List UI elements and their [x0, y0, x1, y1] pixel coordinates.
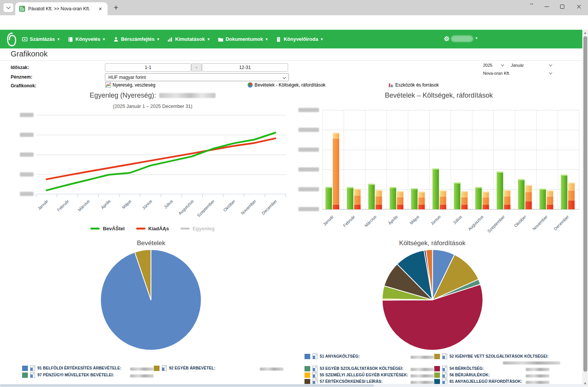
- month-select[interactable]: Január: [509, 62, 554, 68]
- graph-link-1[interactable]: Nyereség, veszteség: [105, 82, 155, 88]
- scroll-down-icon[interactable]: ▼: [582, 381, 588, 387]
- legend-swatch: [22, 373, 28, 378]
- redacted-value: [526, 381, 549, 384]
- redacted-value: [411, 368, 434, 371]
- ledger-icon[interactable]: [442, 353, 447, 359]
- chevron-down-icon: [283, 75, 286, 79]
- svg-text:December: December: [261, 199, 278, 216]
- menu-item-label: Bérszámfejtés: [121, 36, 155, 42]
- svg-text:Május: Május: [409, 214, 420, 226]
- scrollbar-thumb[interactable]: [583, 36, 587, 372]
- ledger-icon[interactable]: [442, 372, 447, 378]
- vertical-scrollbar[interactable]: ▲ ▼: [582, 30, 588, 387]
- legend-label: Egyenleg: [193, 226, 215, 231]
- page-title: Grafikonok: [11, 50, 48, 58]
- graph-link-2[interactable]: Bevételek - Költségek, ráfordítások: [247, 82, 325, 88]
- svg-text:Augusztus: Augusztus: [177, 199, 195, 216]
- svg-text:Október: Október: [513, 214, 527, 228]
- legend-row: 53 EGYÉB SZOLGÁLTATÁSOK KÖLTSÉGEI:: [304, 366, 434, 372]
- new-tab-button[interactable]: +: [111, 3, 121, 13]
- svg-text:Május: Május: [121, 199, 132, 210]
- graph-link-label: Nyereség, veszteség: [113, 82, 155, 88]
- menu-item-könyvelés[interactable]: Könyvelés▾: [68, 36, 105, 42]
- svg-text:Március: Március: [364, 214, 377, 228]
- ledger-icon[interactable]: [313, 379, 317, 384]
- ledger-icon[interactable]: [30, 365, 35, 371]
- graph-link-3[interactable]: Eszközök és források: [388, 82, 439, 88]
- window-minimize-button[interactable]: [539, 0, 554, 13]
- graph-link-label: Eszközök és források: [395, 82, 439, 88]
- menu-item-könyvelőiroda[interactable]: Könyvelőiroda▾: [276, 36, 322, 42]
- legend-swatch: [434, 366, 440, 371]
- legend-item-egyenleg[interactable]: Egyenleg: [180, 226, 215, 231]
- divider: [0, 60, 582, 61]
- legend-row: 51 ANYAGKÖLTSÉG:: [304, 353, 434, 366]
- svg-text:Január: Január: [322, 214, 335, 227]
- menu-item-label: Könyvelőiroda: [284, 36, 318, 42]
- company-select[interactable]: Nova-oran Kft.: [481, 70, 554, 76]
- legend-label: 52 IGÉNYBE VETT SZOLGÁLTATÁSOK KÖLTSÉGEI…: [449, 353, 548, 359]
- menu-item-dokumentumok[interactable]: Dokumentumok▾: [218, 36, 267, 42]
- legend-label: 81 ANYAGJELLEGŰ RÁFORDÍTÁSOK:: [449, 379, 522, 384]
- graph-link-label: Bevételek - Költségek, ráfordítások: [255, 82, 325, 88]
- currency-select[interactable]: HUF magyar forint: [105, 73, 289, 81]
- legend-label: 53 EGYÉB SZOLGÁLTATÁSOK KÖLTSÉGEI:: [320, 366, 403, 371]
- svg-text:Április: Április: [387, 214, 399, 226]
- redacted-value: [260, 368, 284, 371]
- ledger-icon[interactable]: [313, 353, 317, 359]
- year-select[interactable]: 2025: [481, 62, 506, 68]
- penznem-label: Pénznem:: [11, 74, 32, 80]
- redacted-value: [503, 361, 560, 365]
- period-from-input[interactable]: 1-1: [105, 63, 191, 72]
- browser-tab[interactable]: Pávatoll Kft. >> Nova-oran Kft. ×: [15, 2, 108, 15]
- window-close-button[interactable]: [571, 0, 586, 13]
- ledger-icon[interactable]: [313, 366, 317, 371]
- scroll-up-icon[interactable]: ▲: [582, 30, 588, 36]
- svg-text:Január: Január: [37, 199, 49, 211]
- tab-close-icon[interactable]: ×: [97, 5, 104, 12]
- menu-item-label: Könyvelés: [76, 36, 100, 42]
- legend-row-main: 56 BÉRJÁRULÉKOK:: [434, 372, 583, 378]
- ledger-icon[interactable]: [442, 379, 447, 384]
- period-separator: -: [191, 63, 202, 72]
- legend-label: 54 BÉRKÖLTSÉG:: [449, 366, 484, 371]
- redacted-value: [411, 381, 434, 384]
- tab-strip: Pávatoll Kft. >> Nova-oran Kft. × + ↔: [0, 0, 588, 15]
- redacted-value: [526, 374, 549, 377]
- current-date: 2026.01.22: [556, 60, 579, 65]
- legend-row: 55 SZEMÉLYI JELLEGŰ EGYÉB KIFIZETÉSEK:: [304, 372, 434, 379]
- legend-item-bevăštel[interactable]: BevĂŠtel: [90, 226, 124, 231]
- menu-item-kimutatások[interactable]: Kimutatások▾: [168, 36, 209, 42]
- legend-label: 55 SZEMÉLYI JELLEGŰ EGYÉB KIFIZETÉSEK:: [320, 372, 408, 378]
- svg-text:Február: Február: [342, 214, 356, 228]
- cost-legend: 51 ANYAGKÖLTSÉG:52 IGÉNYBE VETT SZOLGÁLT…: [304, 353, 583, 385]
- legend-swatch: [154, 366, 159, 371]
- user-caret-icon[interactable]: ▾: [475, 36, 477, 40]
- legend-label: 57 ÉRTÉKCSÖKKENÉSI LEÍRÁS:: [320, 379, 383, 384]
- window-dock-icon[interactable]: ↔: [524, 0, 539, 8]
- user-name-redacted[interactable]: [451, 35, 473, 42]
- ledger-icon[interactable]: [442, 366, 447, 371]
- horizontal-scrollbar[interactable]: [0, 384, 582, 387]
- ledger-icon[interactable]: [313, 372, 317, 378]
- ledger-icon[interactable]: [162, 365, 167, 371]
- legend-item-kiadăąs[interactable]: KiadĂĄs: [136, 226, 169, 231]
- grafikonok-label: Grafikonok:: [11, 83, 36, 88]
- bar-chart-icon: [388, 82, 394, 88]
- revenue-pie-chart: [100, 249, 202, 351]
- tab-search-button[interactable]: [3, 3, 14, 13]
- legend-swatch: [304, 373, 310, 378]
- period-to-input[interactable]: 12-31: [202, 63, 288, 72]
- menu-item-bérszámfejtés[interactable]: Bérszámfejtés▾: [113, 36, 159, 42]
- line-chart-icon: [105, 82, 111, 88]
- window-maximize-button[interactable]: [554, 0, 570, 13]
- svg-text:Április: Április: [100, 199, 111, 210]
- scrollbar-thumb[interactable]: [0, 384, 374, 387]
- gear-icon[interactable]: [444, 36, 449, 43]
- menu-item-számlázás[interactable]: Számlázás▾: [22, 36, 60, 42]
- legend-swatch: [304, 379, 310, 384]
- pie-left-title: Bevételek: [99, 239, 203, 247]
- menu-item-label: Dokumentumok: [226, 36, 263, 42]
- bar-chart: JanuárFebruárMárciusÁprilisMájusJúniusJú…: [297, 108, 584, 237]
- ledger-icon[interactable]: [30, 372, 35, 378]
